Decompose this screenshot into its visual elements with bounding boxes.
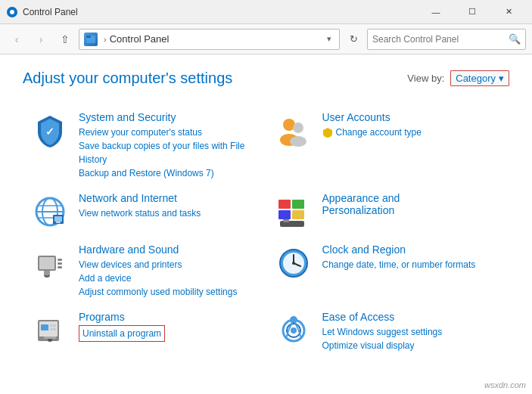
network-internet-icon: [30, 192, 70, 231]
category-network-internet: Network and Internet View network status…: [23, 186, 266, 237]
search-input[interactable]: [372, 34, 509, 45]
viewby-control: View by: Category ▾: [407, 70, 509, 86]
svg-rect-41: [50, 328, 56, 330]
svg-rect-39: [41, 324, 48, 330]
minimize-button[interactable]: —: [418, 0, 453, 24]
user-accounts-title[interactable]: User Accounts: [322, 111, 502, 123]
address-chevron[interactable]: ▾: [324, 33, 334, 45]
svg-rect-3: [86, 36, 91, 38]
titlebar: Control Panel — ☐ ✕: [0, 0, 532, 24]
ease-of-access-content: Ease of Access Let Windows suggest setti…: [322, 311, 502, 352]
viewby-value: Category: [456, 73, 496, 84]
path-separator: ›: [104, 35, 107, 44]
network-internet-title[interactable]: Network and Internet: [79, 192, 259, 204]
svg-rect-19: [278, 210, 291, 219]
titlebar-title: Control Panel: [23, 7, 418, 17]
system-security-icon: ✓: [30, 111, 70, 150]
programs-title[interactable]: Programs: [79, 311, 259, 323]
ease-of-access-title[interactable]: Ease of Access: [322, 311, 502, 323]
close-button[interactable]: ✕: [491, 0, 526, 24]
programs-icon: [30, 311, 70, 350]
svg-rect-15: [54, 216, 62, 222]
system-security-link-2[interactable]: Save backup copies of your files with Fi…: [79, 139, 259, 166]
path-icon: [84, 33, 98, 46]
ease-of-access-link-2[interactable]: Optimize visual display: [322, 339, 502, 352]
categories-grid: ✓ System and Security Review your comput…: [23, 105, 509, 358]
viewby-chevron-icon: ▾: [499, 73, 504, 84]
svg-point-34: [292, 262, 295, 265]
user-accounts-link-1[interactable]: Change account type: [322, 126, 502, 139]
svg-rect-22: [283, 219, 289, 222]
clock-region-link-1[interactable]: Change date, time, or number formats: [322, 258, 502, 271]
refresh-button[interactable]: ↻: [343, 29, 364, 50]
svg-rect-27: [58, 266, 62, 268]
category-appearance: Appearance andPersonalization: [266, 186, 510, 237]
hardware-sound-link-3[interactable]: Adjust commonly used mobility settings: [79, 285, 259, 299]
appearance-icon: [274, 192, 313, 231]
system-security-link-1[interactable]: Review your computer's status: [79, 126, 259, 139]
addressbar: ‹ › ⇧ › Control Panel ▾ ↻ 🔍: [0, 24, 532, 54]
address-box[interactable]: › Control Panel ▾: [79, 29, 340, 50]
svg-rect-25: [58, 259, 62, 261]
hardware-sound-content: Hardware and Sound View devices and prin…: [79, 244, 259, 299]
svg-rect-24: [39, 257, 54, 269]
category-hardware-sound: Hardware and Sound View devices and prin…: [23, 237, 266, 305]
svg-rect-20: [292, 210, 304, 219]
network-internet-content: Network and Internet View network status…: [79, 192, 259, 220]
system-security-link-3[interactable]: Backup and Restore (Windows 7): [79, 166, 259, 180]
system-security-title[interactable]: System and Security: [79, 111, 259, 123]
search-icon[interactable]: 🔍: [509, 33, 521, 45]
system-security-content: System and Security Review your computer…: [79, 111, 259, 180]
category-user-accounts: User Accounts Change account type: [266, 105, 510, 186]
search-box[interactable]: 🔍: [367, 29, 526, 50]
svg-rect-17: [278, 200, 291, 209]
clock-region-icon: [274, 244, 313, 283]
svg-rect-18: [292, 200, 304, 209]
hardware-sound-title[interactable]: Hardware and Sound: [79, 244, 259, 256]
up-button[interactable]: ⇧: [54, 29, 76, 50]
titlebar-controls: — ☐ ✕: [418, 0, 526, 24]
clock-region-title[interactable]: Clock and Region: [322, 244, 502, 256]
network-internet-link-1[interactable]: View network status and tasks: [79, 206, 259, 220]
viewby-label: View by:: [407, 73, 444, 84]
main-content: Adjust your computer's settings View by:…: [0, 54, 532, 374]
appearance-content: Appearance andPersonalization: [322, 192, 502, 219]
svg-rect-40: [50, 324, 56, 327]
category-system-security: ✓ System and Security Review your comput…: [23, 105, 266, 186]
svg-rect-29: [44, 271, 50, 275]
ease-of-access-link-1[interactable]: Let Windows suggest settings: [322, 325, 502, 339]
header-row: Adjust your computer's settings View by:…: [23, 70, 509, 87]
clock-region-content: Clock and Region Change date, time, or n…: [322, 244, 502, 271]
ease-of-access-icon: [274, 311, 313, 350]
user-accounts-icon: [274, 111, 313, 150]
svg-point-1: [10, 10, 14, 14]
address-path-text: Control Panel: [110, 33, 324, 45]
maximize-button[interactable]: ☐: [455, 0, 490, 24]
appearance-title[interactable]: Appearance andPersonalization: [322, 192, 502, 216]
hardware-sound-link-2[interactable]: Add a device: [79, 271, 259, 285]
svg-rect-38: [44, 337, 56, 339]
svg-rect-26: [58, 262, 62, 265]
svg-text:✓: ✓: [45, 126, 54, 138]
page-title: Adjust your computer's settings: [23, 70, 232, 87]
titlebar-app-icon: [6, 6, 18, 18]
svg-rect-16: [56, 222, 61, 223]
user-accounts-content: User Accounts Change account type: [322, 111, 502, 139]
hardware-sound-icon: [30, 244, 70, 283]
category-clock-region: Clock and Region Change date, time, or n…: [266, 237, 510, 305]
programs-link-uninstall[interactable]: Uninstall a program: [79, 325, 165, 342]
hardware-sound-link-1[interactable]: View devices and printers: [79, 258, 259, 271]
svg-point-45: [291, 327, 297, 334]
svg-point-8: [290, 136, 306, 147]
svg-point-7: [293, 123, 303, 133]
category-ease-of-access: Ease of Access Let Windows suggest setti…: [266, 305, 510, 358]
programs-content: Programs Uninstall a program: [79, 311, 259, 342]
forward-button[interactable]: ›: [30, 29, 51, 50]
viewby-dropdown[interactable]: Category ▾: [450, 70, 509, 86]
back-button[interactable]: ‹: [6, 29, 27, 50]
shield-small-icon: [322, 127, 333, 138]
category-programs: Programs Uninstall a program: [23, 305, 266, 358]
watermark: wsxdn.com: [484, 380, 526, 389]
